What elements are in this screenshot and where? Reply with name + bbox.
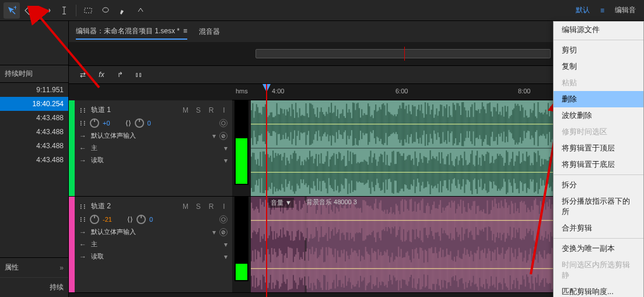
solo-button[interactable]: S [195, 106, 202, 114]
track-1-vol[interactable]: +0 [103, 120, 110, 127]
track-1-name[interactable]: 轨道 1 [91, 105, 177, 115]
lasso-tool[interactable] [97, 2, 114, 19]
send-icon[interactable]: ↱ [113, 68, 127, 82]
time-select-tool[interactable] [56, 2, 72, 19]
toolbar-divider [76, 5, 76, 16]
ruler-t3: 8:00 [518, 88, 530, 95]
left-panel: 持续时间 9:11.95118:40.2544:43.4884:43.4884:… [0, 21, 69, 297]
eq-icon[interactable]: ⫾⫾ [132, 68, 146, 82]
main-toolbar: + 默认 ≡ 编辑音 [0, 0, 644, 21]
menu-item[interactable]: 变换为唯一副本 [554, 240, 643, 257]
menu-item[interactable]: 匹配剪辑响度... [554, 284, 643, 297]
chevron-down-icon[interactable]: ▾ [224, 253, 228, 261]
track-2-output[interactable]: 主 [91, 240, 220, 249]
pan-knob[interactable] [136, 215, 146, 224]
overview-playhead [404, 47, 405, 61]
vol-icon: ⫶⫶ [79, 119, 86, 127]
ruler-t1: 4:00 [272, 88, 284, 95]
duration-item[interactable]: 9:11.951 [0, 83, 68, 97]
track-2-read[interactable]: 读取 [91, 252, 220, 261]
track-2-pan[interactable]: 0 [149, 216, 153, 223]
phase-icon[interactable]: ⊘ [219, 228, 228, 236]
mute-button[interactable]: M [182, 202, 189, 211]
svg-text:+: + [13, 6, 16, 12]
track-1-input[interactable]: 默认立体声输入 [91, 131, 209, 140]
record-button[interactable]: R [208, 106, 215, 114]
duration-item[interactable]: 4:43.488 [0, 111, 68, 125]
properties-header[interactable]: 属性 » [0, 258, 68, 277]
menu-item[interactable]: 拆分 [554, 177, 643, 193]
tab-editor[interactable]: 编辑器：未命名混音项目 1.sesx * ≡ [76, 24, 187, 40]
track-1-header: ⫶⫶ 轨道 1 M S R I ⫶⫶ +0 ⟨⟩ [75, 100, 232, 196]
record-button[interactable]: R [208, 202, 215, 211]
track-2-vol[interactable]: -21 [103, 216, 112, 223]
chevron-right-icon: » [60, 264, 64, 272]
tab-mixer[interactable]: 混音器 [199, 25, 220, 39]
duration-item[interactable]: 4:43.488 [0, 125, 68, 139]
brush-tool[interactable] [115, 2, 131, 19]
track-2-input[interactable]: 默认立体声输入 [91, 228, 209, 236]
duration-item[interactable]: 4:43.488 [0, 139, 68, 153]
fx-icon[interactable]: fx [94, 68, 108, 82]
phase-icon[interactable]: ⊘ [219, 132, 228, 140]
duration-item[interactable]: 18:40.254 [0, 97, 68, 111]
chevron-down-icon[interactable]: ▾ [212, 228, 216, 236]
waveform-icon: ⫶⫶ [79, 202, 86, 211]
menu-item[interactable]: 剪切 [554, 42, 643, 58]
menu-item[interactable]: 编辑源文件 [554, 22, 643, 38]
track-2-name[interactable]: 轨道 2 [91, 201, 177, 211]
menu-item: 时间选区内所选剪辑静 [554, 257, 643, 284]
menu-item[interactable]: 合并剪辑 [554, 220, 643, 236]
move-tool[interactable]: + [4, 2, 20, 19]
menu-item[interactable]: 将剪辑置于底层 [554, 156, 643, 173]
loop-icon[interactable]: ⇄ [76, 68, 90, 82]
workspace-edit[interactable]: 编辑音 [615, 5, 636, 15]
chevron-down-icon[interactable]: ▾ [224, 240, 228, 249]
panel-spacer [0, 21, 68, 65]
chevron-down-icon[interactable]: ▾ [224, 156, 228, 165]
track-1-color [69, 100, 75, 196]
slip-tool[interactable] [38, 2, 55, 19]
menu-separator [554, 174, 643, 175]
track-1-read[interactable]: 读取 [91, 156, 220, 165]
track-1-pan[interactable]: 0 [148, 120, 151, 127]
solo-button[interactable]: S [195, 202, 202, 211]
duration-item[interactable]: 4:43.488 [0, 153, 68, 167]
menu-item[interactable]: 拆分播放指示器下的所 [554, 193, 643, 220]
tab-editor-label: 编辑器：未命名混音项目 1.sesx * [76, 26, 180, 36]
stereo-icon[interactable]: ⬡ [219, 119, 228, 127]
track-2-color [69, 197, 75, 292]
tab-menu-icon[interactable]: ≡ [183, 27, 187, 35]
mute-button[interactable]: M [182, 106, 189, 114]
volume-knob[interactable] [90, 118, 99, 128]
input-monitor-button[interactable]: I [220, 202, 228, 211]
menu-item[interactable]: 复制 [554, 58, 643, 75]
ruler-hms: hms [236, 88, 248, 95]
pan-knob[interactable] [135, 118, 144, 128]
volume-badge[interactable]: 音量 ▼ [268, 198, 294, 208]
hamburger-icon[interactable]: ≡ [600, 6, 604, 15]
input-monitor-button[interactable]: I [220, 106, 228, 114]
playhead-line [266, 84, 267, 297]
stereo-icon[interactable]: ⬡ [219, 215, 228, 223]
track-2-clip-label: 背景音乐 48000 3 [306, 198, 357, 207]
track-1-output[interactable]: 主 [91, 144, 220, 152]
chevron-down-icon[interactable]: ▾ [212, 132, 216, 140]
menu-item[interactable]: 将剪辑置于顶层 [554, 140, 643, 156]
continue-label: 持续 [0, 277, 68, 297]
volume-knob[interactable] [90, 215, 99, 224]
heal-tool[interactable] [132, 2, 149, 19]
svg-rect-1 [25, 6, 33, 14]
marquee-tool[interactable] [80, 2, 96, 19]
output-arrow-icon: ← [79, 144, 88, 152]
menu-item: 修剪时间选区 [554, 124, 643, 140]
workspace-default[interactable]: 默认 [576, 5, 590, 15]
overview-range[interactable] [256, 49, 551, 58]
pan-icon: ⟨⟩ [125, 119, 131, 127]
razor-tool[interactable] [21, 2, 37, 19]
input-arrow-icon: → [79, 228, 88, 236]
chevron-down-icon[interactable]: ▾ [224, 144, 228, 152]
input-arrow-icon: → [79, 132, 88, 140]
menu-item[interactable]: 删除 [554, 91, 643, 107]
menu-item[interactable]: 波纹删除 [554, 107, 643, 124]
